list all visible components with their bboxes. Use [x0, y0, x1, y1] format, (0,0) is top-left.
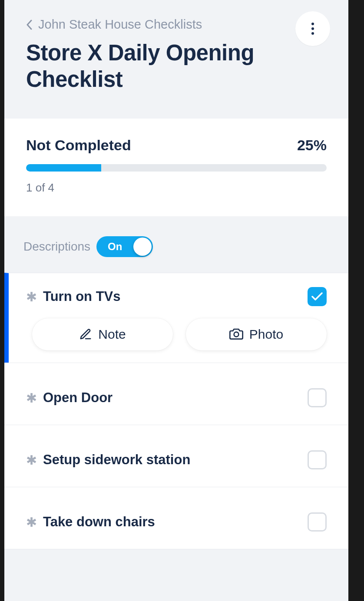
- progress-card: Not Completed 25% 1 of 4: [4, 119, 348, 216]
- required-icon: ✱: [26, 452, 37, 468]
- progress-percent: 25%: [297, 137, 327, 154]
- check-icon: [311, 292, 323, 301]
- breadcrumb-text: John Steak House Checklists: [38, 17, 202, 32]
- required-icon: ✱: [26, 390, 37, 406]
- progress-status-label: Not Completed: [26, 137, 131, 154]
- task-checkbox[interactable]: [308, 287, 327, 306]
- required-icon: ✱: [26, 515, 37, 530]
- descriptions-toggle[interactable]: On: [96, 236, 153, 257]
- descriptions-row: Descriptions On: [4, 216, 348, 273]
- photo-button[interactable]: Photo: [186, 318, 327, 350]
- photo-button-label: Photo: [249, 327, 283, 342]
- note-button[interactable]: Note: [32, 318, 173, 350]
- task-title: Take down chairs: [43, 514, 301, 530]
- task-title: Setup sidework station: [43, 452, 301, 468]
- more-vertical-icon: [311, 23, 314, 35]
- toggle-state-label: On: [108, 241, 122, 253]
- required-icon: ✱: [26, 289, 37, 304]
- task-item[interactable]: ✱ Take down chairs: [4, 487, 348, 549]
- note-button-label: Note: [98, 327, 126, 342]
- task-actions: Note Photo: [26, 318, 327, 350]
- task-title: Open Door: [43, 390, 301, 406]
- toggle-knob: [133, 238, 152, 256]
- svg-point-0: [234, 332, 238, 337]
- task-item[interactable]: ✱ Setup sidework station: [4, 425, 348, 487]
- progress-count: 1 of 4: [26, 181, 327, 195]
- edit-icon: [79, 328, 92, 341]
- menu-button[interactable]: [295, 11, 330, 46]
- task-checkbox[interactable]: [308, 512, 327, 532]
- header: John Steak House Checklists Store X Dail…: [4, 0, 348, 119]
- task-item[interactable]: ✱ Turn on TVs Note Photo: [4, 273, 348, 363]
- progress-bar: [26, 164, 327, 172]
- task-checkbox[interactable]: [308, 450, 327, 469]
- task-title: Turn on TVs: [43, 289, 301, 304]
- breadcrumb[interactable]: John Steak House Checklists: [26, 17, 327, 32]
- bottom-spacer: [4, 549, 348, 562]
- task-item[interactable]: ✱ Open Door: [4, 363, 348, 425]
- progress-bar-fill: [26, 164, 101, 172]
- task-checkbox[interactable]: [308, 388, 327, 407]
- camera-icon: [229, 328, 243, 340]
- chevron-left-icon: [26, 20, 32, 30]
- page-title: Store X Daily Opening Checklist: [26, 40, 327, 92]
- descriptions-label: Descriptions: [23, 240, 90, 254]
- app-frame: John Steak House Checklists Store X Dail…: [4, 0, 348, 601]
